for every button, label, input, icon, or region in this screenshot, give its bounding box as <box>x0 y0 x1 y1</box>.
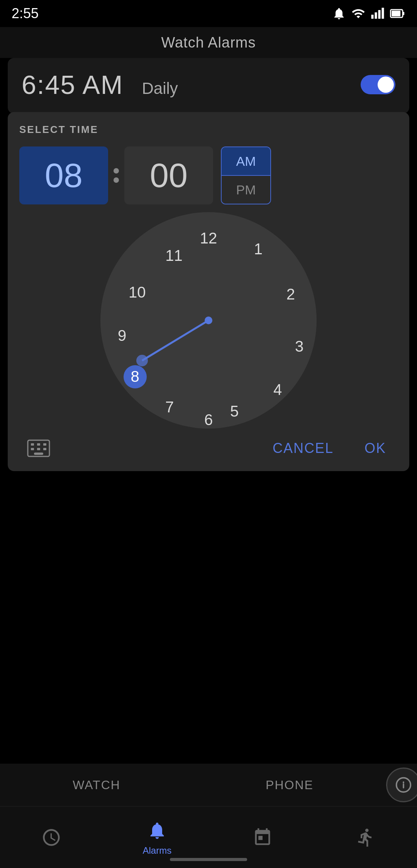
clock-num-5[interactable]: 5 <box>223 400 246 423</box>
phone-tab-label: PHONE <box>266 778 314 792</box>
keyboard-toggle-button[interactable] <box>23 437 54 460</box>
alarm-label: Daily <box>142 79 178 98</box>
minute-value: 00 <box>150 156 188 195</box>
keyboard-icon <box>27 439 50 457</box>
phone-tab[interactable]: PHONE <box>193 764 386 806</box>
clock-face[interactable]: 12 1 2 3 4 5 6 7 8 9 10 11 <box>100 212 317 429</box>
svg-rect-11 <box>31 443 34 446</box>
svg-rect-2 <box>378 10 381 19</box>
page-title-bar: Watch Alarms <box>0 27 417 58</box>
svg-rect-16 <box>43 448 46 450</box>
svg-rect-6 <box>392 11 400 16</box>
svg-rect-3 <box>382 8 384 19</box>
svg-point-9 <box>136 355 148 366</box>
nav-item-calendar[interactable] <box>251 826 274 849</box>
cancel-button[interactable]: CANCEL <box>265 436 341 460</box>
clock-num-11[interactable]: 11 <box>162 244 185 267</box>
svg-rect-12 <box>37 443 40 446</box>
alarm-toggle[interactable] <box>361 75 395 94</box>
svg-rect-13 <box>43 443 46 446</box>
clock-nav-icon <box>40 826 63 849</box>
svg-line-7 <box>142 320 208 361</box>
clock-num-12[interactable]: 12 <box>197 226 220 250</box>
notification-icon <box>332 7 346 20</box>
clock-container[interactable]: 12 1 2 3 4 5 6 7 8 9 10 11 <box>100 212 317 429</box>
pm-label: PM <box>236 182 256 197</box>
svg-rect-1 <box>375 12 377 19</box>
clock-num-10[interactable]: 10 <box>125 281 149 304</box>
nav-item-activity[interactable] <box>354 826 377 849</box>
watch-tab[interactable]: WATCH <box>0 764 193 806</box>
svg-rect-0 <box>371 15 374 19</box>
alarm-nav-icon <box>146 819 169 842</box>
battery-icon <box>390 7 405 20</box>
info-icon <box>395 776 412 793</box>
page-title: Watch Alarms <box>161 34 256 51</box>
nav-item-alarms[interactable]: Alarms <box>142 819 171 856</box>
toggle-knob <box>378 77 394 93</box>
status-time: 2:55 <box>12 5 39 22</box>
hour-input[interactable]: 08 <box>19 146 108 204</box>
picker-actions: CANCEL OK <box>19 436 398 460</box>
clock-num-1[interactable]: 1 <box>247 237 270 260</box>
svg-point-8 <box>205 317 212 324</box>
time-colon <box>114 168 119 183</box>
ampm-selector[interactable]: AM PM <box>221 146 271 204</box>
svg-rect-14 <box>31 448 34 450</box>
time-picker-dialog: SELECT TIME 08 00 AM PM <box>8 112 409 471</box>
watch-tab-label: WATCH <box>73 778 120 792</box>
status-bar: 2:55 <box>0 0 417 27</box>
alarm-card: 6:45 AM Daily <box>8 58 409 114</box>
picker-text-buttons: CANCEL OK <box>265 436 394 460</box>
svg-rect-15 <box>37 448 40 450</box>
wifi-icon <box>351 7 365 20</box>
svg-rect-5 <box>403 12 404 15</box>
info-fab[interactable] <box>386 768 417 802</box>
clock-num-8[interactable]: 8 <box>124 365 147 388</box>
hour-value: 08 <box>45 156 83 195</box>
clock-num-4[interactable]: 4 <box>266 378 289 401</box>
select-time-label: SELECT TIME <box>19 124 398 136</box>
clock-num-9[interactable]: 9 <box>110 324 134 347</box>
clock-num-6[interactable]: 6 <box>197 408 220 432</box>
home-indicator <box>170 858 247 861</box>
activity-nav-icon <box>354 826 377 849</box>
clock-num-2[interactable]: 2 <box>279 283 302 306</box>
alarms-nav-label: Alarms <box>142 845 171 856</box>
nav-item-clock[interactable] <box>40 826 63 849</box>
am-label: AM <box>236 154 256 169</box>
signal-icon <box>371 7 385 20</box>
clock-num-7[interactable]: 7 <box>158 395 181 419</box>
am-option[interactable]: AM <box>222 147 270 175</box>
time-inputs-row: 08 00 AM PM <box>19 146 398 204</box>
alarm-time: 6:45 AM <box>22 70 124 100</box>
ok-button[interactable]: OK <box>357 436 394 460</box>
pm-option[interactable]: PM <box>222 176 270 204</box>
minute-input[interactable]: 00 <box>124 146 213 204</box>
svg-rect-17 <box>34 453 43 455</box>
clock-num-3[interactable]: 3 <box>288 335 311 358</box>
bottom-tabs-bar: WATCH PHONE <box>0 764 417 806</box>
status-icons <box>332 7 405 20</box>
calendar-nav-icon <box>251 826 274 849</box>
